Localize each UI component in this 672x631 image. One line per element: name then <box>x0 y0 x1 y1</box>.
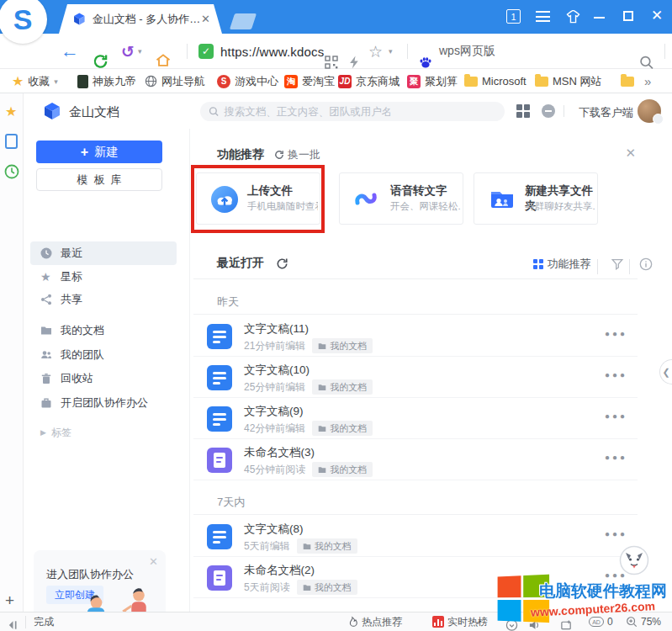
doc-location-tag[interactable]: 我的文档 <box>312 462 373 477</box>
plus-icon: + <box>81 145 88 160</box>
search-query-text[interactable]: wps网页版 <box>439 34 495 69</box>
feature-card-shared-folder[interactable]: 新建共享文件夹 与群聊好友共享... <box>474 172 598 225</box>
search-input[interactable] <box>224 106 496 118</box>
bookmark-item[interactable]: 神族九帝 <box>77 69 136 93</box>
doc-row[interactable]: 未命名文档(3) 45分钟前阅读 我的文档 ●●● <box>193 439 638 480</box>
kdocs-page: 金山文档 下载客户端 + 新建 模板库 最近 <box>24 93 672 612</box>
more-actions-icon[interactable]: ●●● <box>605 453 627 462</box>
sidebar-item-my-docs[interactable]: 我的文档 <box>30 319 177 342</box>
doc-row[interactable]: 文字文稿(11) 21分钟前编辑 我的文档 ●●● <box>193 316 638 357</box>
reader-mode-icon[interactable] <box>505 616 518 631</box>
menu-icon[interactable] <box>536 11 550 22</box>
doc-title: 文字文稿(11) <box>244 321 309 337</box>
hot-recommend-button[interactable]: 热点推荐 <box>347 612 402 631</box>
browser-toolbar: ← ↺ ▾ ✓ https://www.kdocs ☆ ▾ wps网页版 <box>0 34 672 69</box>
feature-panel-close-icon[interactable]: ✕ <box>625 146 636 161</box>
info-icon[interactable] <box>639 257 653 271</box>
download-client-link[interactable]: 下载客户端 <box>579 105 633 120</box>
new-doc-button[interactable]: + 新建 <box>36 141 162 163</box>
briefcase-icon <box>40 397 52 409</box>
feature-shuffle-button[interactable]: 换一批 <box>274 147 320 162</box>
kdocs-logo-icon[interactable] <box>42 101 62 121</box>
unnamed-doc-icon <box>207 448 232 473</box>
doc-location-tag[interactable]: 我的文档 <box>312 379 373 395</box>
favorites-panel-icon[interactable]: ★ <box>5 103 17 119</box>
close-window-button[interactable]: ✕ <box>651 7 663 24</box>
mute-speaker-icon[interactable] <box>528 616 541 631</box>
doc-row[interactable]: 未命名文档(2) 5天前阅读 我的文档 ●●● <box>193 557 638 598</box>
sidebar-item-shared[interactable]: 共享 <box>30 288 177 311</box>
new-tab-button[interactable] <box>230 13 257 29</box>
doc-row[interactable]: 文字文稿(8) 5天前编辑 我的文档 ●●● <box>193 516 638 557</box>
undo-icon[interactable]: ↺ <box>121 34 135 69</box>
page-zoom-control[interactable]: 75% <box>626 612 661 631</box>
site-safety-shield-icon[interactable]: ✓ <box>198 34 214 69</box>
doc-location-tag[interactable]: 我的文档 <box>312 338 373 353</box>
bookmark-favicon <box>77 75 88 88</box>
more-actions-icon[interactable]: ●●● <box>605 370 627 379</box>
address-url[interactable]: https://www.kdocs <box>220 34 324 69</box>
collapse-sidebar-icon[interactable] <box>7 616 19 631</box>
download-count-badge[interactable]: 1 <box>506 9 521 24</box>
theme-skin-icon[interactable] <box>564 8 582 26</box>
sidebar-item-recent[interactable]: 最近 <box>30 241 177 265</box>
sidebar-item-trash[interactable]: 回收站 <box>30 367 177 390</box>
doc-location-tag[interactable]: 我的文档 <box>312 421 373 436</box>
bookmark-star-icon[interactable]: ☆ <box>368 34 383 69</box>
feature-recommend-header: 功能推荐 换一批 ✕ <box>193 144 638 166</box>
sidebar-item-my-team[interactable]: 我的团队 <box>30 343 177 367</box>
mobile-panel-icon[interactable] <box>5 134 18 149</box>
apps-grid-icon[interactable] <box>516 104 530 118</box>
more-actions-icon[interactable]: ●●● <box>605 529 627 538</box>
favorites-dropdown-icon: ▾ <box>54 77 58 86</box>
refresh-icon[interactable] <box>276 257 288 270</box>
doc-meta: 21分钟前编辑 <box>244 339 305 353</box>
maximize-button[interactable] <box>623 11 633 21</box>
folder-icon <box>40 325 52 337</box>
side-panel-expand-handle[interactable]: ❮ <box>659 359 672 384</box>
ad-block-counter[interactable]: AD 0 <box>589 612 613 631</box>
browser-tab[interactable]: 金山文档 - 多人协作在线 ✕ <box>59 4 222 34</box>
bookmark-folder[interactable]: MSN 网站 <box>535 69 602 93</box>
bookmark-favicon: S <box>217 75 230 88</box>
back-icon[interactable]: ← <box>61 34 79 69</box>
tab-close-icon[interactable]: ✕ <box>201 13 210 25</box>
screenshot-icon[interactable] <box>560 616 573 631</box>
bookmark-dropdown-icon[interactable]: ▾ <box>389 34 393 69</box>
feature-recommend-toggle[interactable]: 功能推荐 <box>533 257 591 272</box>
promo-close-icon[interactable]: ✕ <box>149 555 158 568</box>
sidebar-item-starred[interactable]: ★ 星标 <box>30 265 177 289</box>
filter-icon[interactable] <box>611 257 624 271</box>
favorites-button[interactable]: ★ 收藏 ▾ <box>12 69 58 93</box>
search-icon <box>209 106 219 117</box>
minimize-button[interactable] <box>594 17 605 19</box>
bookmark-item[interactable]: 聚 聚划算 <box>407 69 458 93</box>
assistant-mascot-icon[interactable] <box>619 545 649 575</box>
bookmark-folder[interactable]: Microsoft <box>464 69 526 93</box>
undo-dropdown-icon[interactable]: ▾ <box>138 34 142 69</box>
doc-row[interactable]: 文字文稿(9) 42分钟前编辑 我的文档 ●●● <box>193 398 638 439</box>
sidebar-item-tags[interactable]: ▶ 标签 <box>40 423 175 442</box>
bookmark-item[interactable]: JD 京东商城 <box>338 69 399 93</box>
bookmark-item[interactable]: S 游戏中心 <box>217 69 278 93</box>
bookmark-item[interactable]: 网址导航 <box>145 69 205 93</box>
bookmark-folder[interactable] <box>621 69 634 93</box>
doc-location-tag[interactable]: 我的文档 <box>297 538 357 554</box>
bookmark-item[interactable]: 淘 爱淘宝 <box>284 69 335 93</box>
realtime-hot-button[interactable]: 实时热榜 <box>432 612 488 631</box>
more-actions-icon[interactable]: ●●● <box>605 411 627 421</box>
brand-title[interactable]: 金山文档 <box>69 104 119 120</box>
doc-meta: 25分钟前编辑 <box>244 380 305 395</box>
user-avatar[interactable] <box>638 99 661 123</box>
doc-row[interactable]: 文字文稿(10) 25分钟前编辑 我的文档 ●●● <box>193 357 638 398</box>
more-actions-icon[interactable]: ●●● <box>605 329 627 338</box>
sidebar-item-team-office[interactable]: 开启团队协作办公 <box>30 391 177 415</box>
add-panel-icon[interactable]: + <box>5 591 14 610</box>
feedback-icon[interactable] <box>542 104 555 118</box>
doc-location-tag[interactable]: 我的文档 <box>297 580 357 595</box>
bookmarks-overflow-button[interactable]: » <box>644 69 651 93</box>
feature-card-voice[interactable]: 语音转文字 开会、网课轻松... <box>339 172 463 225</box>
history-panel-icon[interactable] <box>4 164 19 179</box>
template-library-button[interactable]: 模板库 <box>36 168 162 191</box>
doc-search-box[interactable] <box>200 102 505 121</box>
